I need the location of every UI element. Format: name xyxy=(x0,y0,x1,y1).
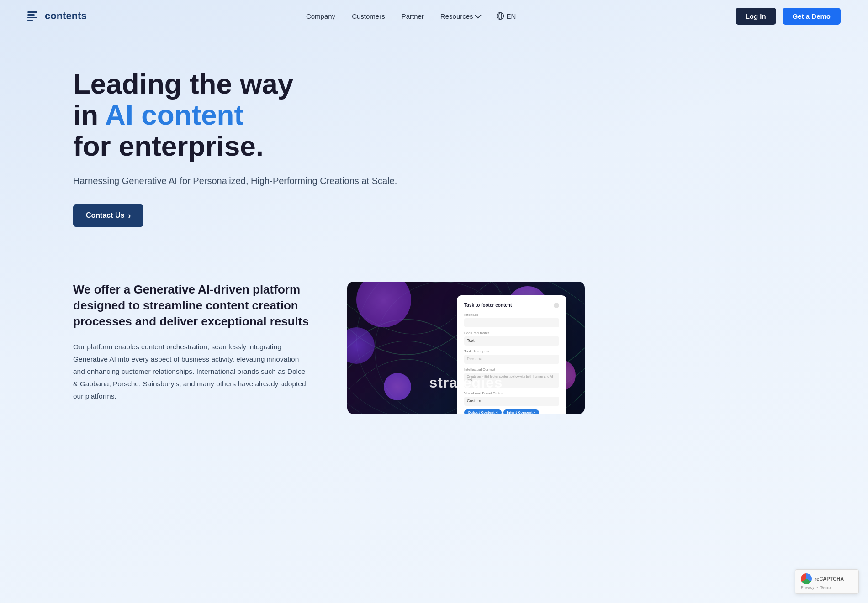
contact-label: Contact Us xyxy=(86,211,124,220)
login-button[interactable]: Log In xyxy=(736,8,776,25)
ui-card-title-text: Task to footer content xyxy=(464,303,512,308)
headline-line3: for enterprise. xyxy=(73,130,264,162)
section-two-left: We offer a Generative AI-driven platform… xyxy=(73,282,311,403)
ui-tags: Output Content × Intent Consent × Best C… xyxy=(464,409,559,414)
ui-field-task-desc: Task description Persona... xyxy=(464,349,559,364)
ui-card-overlay: Task to footer content Interface Feature… xyxy=(457,295,566,414)
recaptcha-privacy[interactable]: Privacy xyxy=(801,585,815,590)
recaptcha-logo: reCAPTCHA xyxy=(801,573,853,584)
logo[interactable]: contents xyxy=(27,10,87,22)
recaptcha-icon xyxy=(801,573,812,584)
section-two-right: Task to footer content Interface Feature… xyxy=(347,282,841,414)
globe-icon xyxy=(496,12,504,20)
ui-field-featured: Featured footer Text xyxy=(464,331,559,346)
ui-field-visual: Visual and Brand Status Custom xyxy=(464,391,559,406)
section-two-body: Our platform enables content orchestrati… xyxy=(73,341,311,403)
navbar: contents Company Customers Partner Resou… xyxy=(0,0,868,32)
headline-prefix: in xyxy=(73,99,105,131)
nav-links: Company Customers Partner Resources EN xyxy=(306,12,516,20)
hero-subtext: Harnessing Generative AI for Personalize… xyxy=(73,176,841,186)
recaptcha-terms[interactable]: Terms xyxy=(820,585,831,590)
section-two: We offer a Generative AI-driven platform… xyxy=(0,254,868,441)
nav-resources-label: Resources xyxy=(440,12,473,20)
ui-card-close-icon xyxy=(554,303,559,308)
contact-us-button[interactable]: Contact Us › xyxy=(73,204,143,227)
nav-company[interactable]: Company xyxy=(306,12,335,20)
strategies-overlay: strategies xyxy=(429,374,503,391)
recaptcha-widget: reCAPTCHA Privacy - Terms xyxy=(795,569,859,594)
headline-line1: Leading the way xyxy=(73,68,293,100)
recaptcha-brand: reCAPTCHA xyxy=(815,576,844,582)
logo-text: contents xyxy=(45,10,87,22)
recaptcha-links: Privacy - Terms xyxy=(801,585,853,590)
logo-icon xyxy=(27,11,37,21)
section-two-heading: We offer a Generative AI-driven platform… xyxy=(73,282,311,330)
language-selector[interactable]: EN xyxy=(496,12,516,20)
ui-card-title: Task to footer content xyxy=(464,303,559,308)
nav-resources[interactable]: Resources xyxy=(440,12,480,20)
ui-tag-2: Intent Consent × xyxy=(503,409,540,414)
chevron-down-icon xyxy=(475,12,481,19)
ui-field-interface: Interface xyxy=(464,313,559,327)
ui-tag-1: Output Content × xyxy=(464,409,502,414)
nav-partner[interactable]: Partner xyxy=(402,12,424,20)
nav-customers[interactable]: Customers xyxy=(352,12,385,20)
orb-3 xyxy=(384,373,411,400)
headline-highlight: AI content xyxy=(105,99,243,131)
hero-section: Leading the way in AI content for enterp… xyxy=(0,32,868,254)
arrow-icon: › xyxy=(128,211,131,220)
get-demo-button[interactable]: Get a Demo xyxy=(783,8,841,25)
hero-visual: Task to footer content Interface Feature… xyxy=(347,282,585,414)
nav-actions: Log In Get a Demo xyxy=(736,8,841,25)
hero-headline: Leading the way in AI content for enterp… xyxy=(73,68,841,162)
language-label: EN xyxy=(507,12,516,20)
